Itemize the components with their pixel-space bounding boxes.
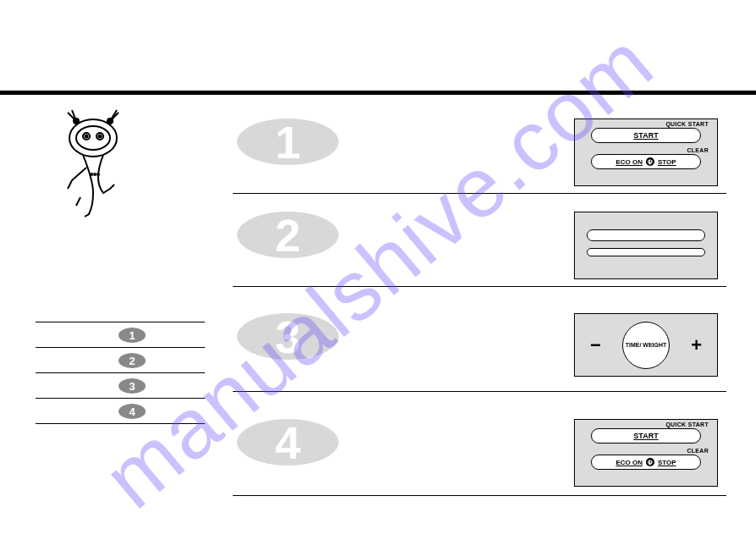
svg-point-6 (86, 135, 88, 138)
step-number-1: 1 (237, 118, 339, 165)
minus-button[interactable]: − (590, 334, 601, 356)
sidebar-divider (36, 398, 205, 399)
step-number-2: 2 (237, 212, 339, 258)
eco-on-label: ECO ON (615, 459, 643, 466)
sidebar-divider (36, 322, 205, 322)
robot-illustration (51, 108, 144, 218)
sidebar-num-2: 2 (119, 353, 146, 368)
eco-stop-button[interactable]: ECO ON ⏻ STOP (591, 455, 701, 470)
svg-point-10 (97, 174, 99, 175)
option-bar-1[interactable] (587, 229, 705, 241)
control-panel-4: QUICK START START CLEAR ECO ON ⏻ STOP (574, 419, 718, 487)
quick-start-label: QUICK START (575, 420, 717, 427)
svg-point-8 (91, 174, 92, 175)
sidebar-divider (36, 347, 205, 348)
row-divider (233, 391, 726, 392)
sidebar-num-4: 4 (119, 404, 146, 419)
eco-on-label: ECO ON (615, 158, 643, 166)
control-panel-2 (574, 212, 718, 279)
step-number-4: 4 (237, 419, 339, 466)
eco-stop-button[interactable]: ECO ON ⏻ STOP (591, 154, 701, 169)
plus-button[interactable]: + (691, 334, 702, 356)
option-bar-2[interactable] (587, 248, 705, 256)
svg-point-7 (99, 135, 102, 138)
header-rule (0, 91, 756, 95)
sidebar-num-1: 1 (119, 328, 146, 343)
sidebar-num-3: 3 (119, 378, 146, 394)
control-panel-3: − TIME/ WEIGHT + (574, 313, 718, 377)
start-button[interactable]: START (591, 428, 701, 444)
row-divider (233, 286, 726, 287)
stop-label: STOP (658, 459, 676, 466)
clear-label: CLEAR (575, 146, 717, 153)
power-icon: ⏻ (646, 157, 654, 166)
start-button[interactable]: START (591, 128, 701, 143)
svg-point-3 (76, 126, 110, 150)
clear-label: CLEAR (575, 446, 717, 454)
sidebar-divider (36, 372, 205, 373)
svg-point-9 (94, 174, 96, 175)
stop-label: STOP (658, 158, 676, 166)
time-weight-dial[interactable]: TIME/ WEIGHT (622, 322, 670, 369)
quick-start-label: QUICK START (575, 119, 717, 127)
control-panel-1: QUICK START START CLEAR ECO ON ⏻ STOP (574, 118, 718, 186)
row-divider (233, 193, 726, 194)
step-number-3: 3 (237, 313, 339, 360)
sidebar-divider (36, 423, 205, 424)
power-icon: ⏻ (646, 458, 654, 466)
row-divider (233, 495, 726, 496)
